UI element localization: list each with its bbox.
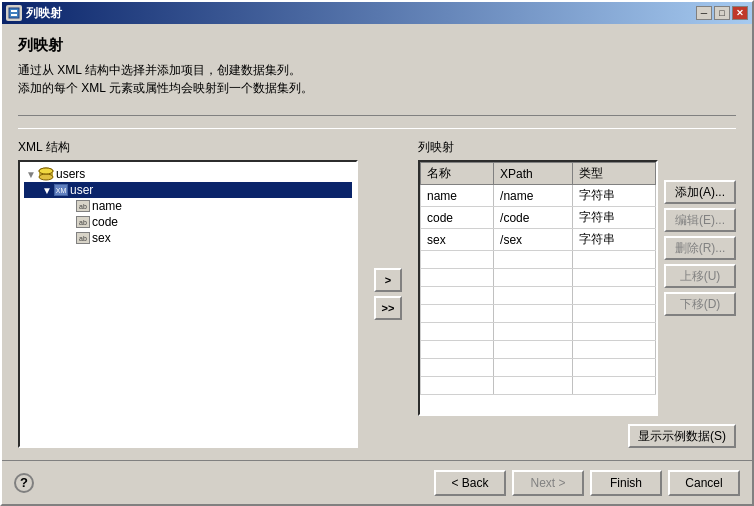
tree-item-user[interactable]: ▼ XM user: [24, 182, 352, 198]
col-header-xpath: XPath: [494, 163, 573, 185]
tree-item-user-label: user: [70, 183, 93, 197]
single-arrow-button[interactable]: >: [374, 268, 402, 292]
page-desc-line1: 通过从 XML 结构中选择并添加项目，创建数据集列。: [18, 61, 736, 79]
minimize-button[interactable]: ─: [696, 6, 712, 20]
expand-icon-user: ▼: [42, 185, 52, 196]
xml-tree-container[interactable]: ▼ users ▼: [18, 160, 358, 448]
mapping-panel: 列映射 名称 XPath 类型 name: [418, 139, 736, 448]
delete-button[interactable]: 删除(R)...: [664, 236, 736, 260]
table-row-empty: [421, 341, 656, 359]
close-button[interactable]: ✕: [732, 6, 748, 20]
mapping-panel-label: 列映射: [418, 139, 736, 156]
xml-panel-label: XML 结构: [18, 139, 358, 156]
cell-name: sex: [421, 229, 494, 251]
divider-top: [18, 115, 736, 116]
element-icon-user: XM: [54, 184, 68, 196]
mapping-inner: 名称 XPath 类型 name/name字符串code/code字符串sex/…: [418, 160, 736, 416]
table-row-empty: [421, 305, 656, 323]
table-row-empty: [421, 251, 656, 269]
tree-item-code[interactable]: ab code: [24, 214, 352, 230]
table-row-empty: [421, 377, 656, 395]
attr-icon-sex: ab: [76, 232, 90, 244]
table-row[interactable]: sex/sex字符串: [421, 229, 656, 251]
mapping-table-container[interactable]: 名称 XPath 类型 name/name字符串code/code字符串sex/…: [418, 160, 658, 416]
right-action-buttons: 添加(A)... 编辑(E)... 删除(R)... 上移(U) 下移(D): [664, 160, 736, 416]
tree-item-name-label: name: [92, 199, 122, 213]
svg-rect-0: [9, 8, 19, 18]
back-button[interactable]: < Back: [434, 470, 506, 496]
tree-item-users-label: users: [56, 167, 85, 181]
cell-type: 字符串: [572, 207, 655, 229]
cell-xpath: /code: [494, 207, 573, 229]
svg-point-6: [39, 168, 53, 174]
double-arrow-button[interactable]: >>: [374, 296, 402, 320]
attr-icon-name: ab: [76, 200, 90, 212]
divider-top2: [18, 128, 736, 129]
cancel-button[interactable]: Cancel: [668, 470, 740, 496]
cell-name: code: [421, 207, 494, 229]
cell-xpath: /name: [494, 185, 573, 207]
cell-name: name: [421, 185, 494, 207]
content-area: 列映射 通过从 XML 结构中选择并添加项目，创建数据集列。 添加的每个 XML…: [2, 24, 752, 460]
tree-item-name[interactable]: ab name: [24, 198, 352, 214]
maximize-button[interactable]: □: [714, 6, 730, 20]
tree-item-sex-label: sex: [92, 231, 111, 245]
col-header-name: 名称: [421, 163, 494, 185]
cell-type: 字符串: [572, 185, 655, 207]
cell-type: 字符串: [572, 229, 655, 251]
attr-icon-code: ab: [76, 216, 90, 228]
help-button[interactable]: ?: [14, 473, 34, 493]
cell-xpath: /sex: [494, 229, 573, 251]
edit-button[interactable]: 编辑(E)...: [664, 208, 736, 232]
svg-point-5: [39, 174, 53, 180]
add-button[interactable]: 添加(A)...: [664, 180, 736, 204]
show-example-area: 显示示例数据(S): [418, 424, 736, 448]
page-desc-line2: 添加的每个 XML 元素或属性均会映射到一个数据集列。: [18, 79, 736, 97]
table-row-empty: [421, 323, 656, 341]
svg-rect-1: [11, 10, 17, 12]
window-icon: [6, 5, 22, 21]
db-icon: [38, 167, 54, 181]
xml-panel: XML 结构 ▼ users: [18, 139, 358, 448]
move-up-button[interactable]: 上移(U): [664, 264, 736, 288]
table-row-empty: [421, 359, 656, 377]
title-buttons: ─ □ ✕: [696, 6, 748, 20]
arrow-buttons-area: > >>: [368, 139, 408, 448]
tree-item-code-label: code: [92, 215, 118, 229]
table-row-empty: [421, 269, 656, 287]
tree-item-users[interactable]: ▼ users: [24, 166, 352, 182]
expand-icon-users: ▼: [26, 169, 36, 180]
page-title: 列映射: [18, 36, 736, 55]
header-section: 列映射 通过从 XML 结构中选择并添加项目，创建数据集列。 添加的每个 XML…: [18, 36, 736, 105]
table-row[interactable]: name/name字符串: [421, 185, 656, 207]
title-bar: 列映射 ─ □ ✕: [2, 2, 752, 24]
table-row[interactable]: code/code字符串: [421, 207, 656, 229]
window: 列映射 ─ □ ✕ 列映射 通过从 XML 结构中选择并添加项目，创建数据集列。…: [0, 0, 754, 506]
show-example-button[interactable]: 显示示例数据(S): [628, 424, 736, 448]
nav-buttons: < Back Next > Finish Cancel: [434, 470, 740, 496]
move-down-button[interactable]: 下移(D): [664, 292, 736, 316]
next-button[interactable]: Next >: [512, 470, 584, 496]
mapping-table: 名称 XPath 类型 name/name字符串code/code字符串sex/…: [420, 162, 656, 395]
col-header-type: 类型: [572, 163, 655, 185]
bottom-bar: ? < Back Next > Finish Cancel: [2, 460, 752, 504]
svg-rect-2: [11, 14, 17, 16]
window-title: 列映射: [26, 5, 62, 22]
main-area: XML 结构 ▼ users: [18, 139, 736, 448]
table-row-empty: [421, 287, 656, 305]
tree-item-sex[interactable]: ab sex: [24, 230, 352, 246]
finish-button[interactable]: Finish: [590, 470, 662, 496]
